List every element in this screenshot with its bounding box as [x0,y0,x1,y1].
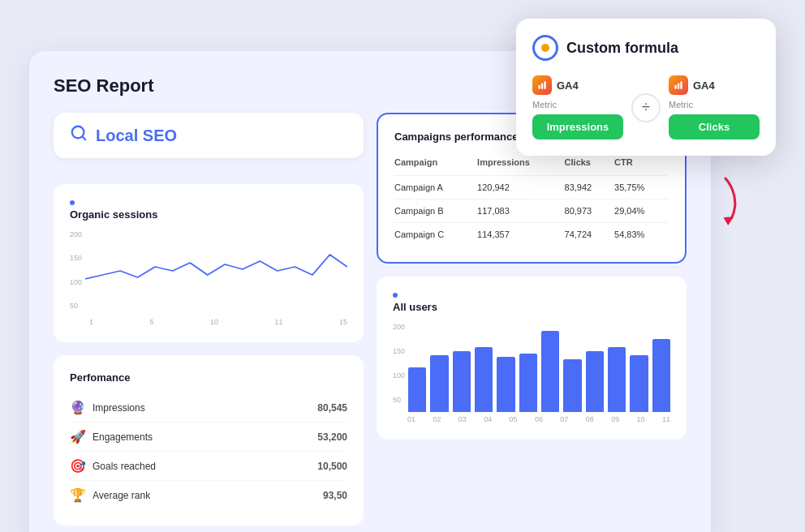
perf-engagements: 🚀 Engagements 53,200 [70,423,347,452]
left-ga4-text: GA4 [557,79,579,92]
bar-10 [608,347,626,412]
bar-12 [652,339,670,412]
bar-chart-area [408,331,670,412]
engagements-icon: 🚀 [70,429,86,444]
right-metric-label: Metric [669,100,760,109]
search-bar[interactable]: Local SEO [54,113,364,158]
campaign-b-ctr: 29,04% [614,200,669,223]
svg-line-1 [82,136,85,139]
organic-sessions-title: Organic sessions [70,208,347,221]
campaign-c-clicks: 74,724 [565,223,615,247]
rank-icon: 🏆 [70,487,86,503]
campaign-c-name: Campaign C [394,223,477,247]
svg-rect-5 [674,85,676,89]
impressions-label: Impressions [93,402,145,414]
table-row: Campaign C 114,357 74,724 54,83% [394,223,669,247]
campaign-a-name: Campaign A [394,176,477,200]
bar-11 [630,355,648,412]
bar-01 [408,367,426,412]
campaign-a-clicks: 83,942 [565,176,615,200]
campaign-b-name: Campaign B [394,200,477,223]
goals-value: 10,500 [317,461,347,472]
bar-08 [563,359,581,412]
impressions-value: 80,545 [317,402,347,414]
perf-impressions: 🔮 Impressions 80,545 [70,393,347,423]
impressions-icon: 🔮 [70,400,86,415]
svg-rect-3 [541,84,543,89]
organic-sessions-card: Organic sessions 200 150 100 50 [54,184,364,342]
formula-icon [532,35,558,61]
svg-rect-4 [544,81,545,88]
bar-chart-wrapper: 200 150 100 50 [393,323,670,423]
performance-card: Perfomance 🔮 Impressions 80,545 🚀 Engage… [54,355,364,526]
clicks-button[interactable]: Clicks [669,114,760,139]
bar-y-labels: 200 150 100 50 [393,323,405,404]
rank-label: Average rank [93,490,150,501]
left-column: Local SEO Organic sessions 200 150 100 5… [54,113,364,526]
impressions-button[interactable]: Impressions [532,114,623,139]
bar-05 [497,357,514,412]
table-row: Campaign B 117,083 80,973 29,04% [394,200,669,223]
all-users-title: All users [393,301,670,313]
all-users-card: All users 200 150 100 50 [377,277,687,440]
svg-rect-7 [680,81,682,88]
bar-x-labels: 01 02 03 04 05 06 07 08 09 10 11 [393,415,670,423]
left-metric-block: GA4 Metric Impressions [532,75,623,139]
x-axis-labels: 1 5 10 11 15 [70,318,347,326]
goals-icon: 🎯 [70,458,86,474]
left-ga4-badge: GA4 [532,75,623,95]
table-header: Campaign Impressions Clicks CTR [394,152,669,176]
chart-dot [70,200,75,205]
bar-03 [453,351,471,412]
col-impressions: Impressions [477,152,565,176]
left-metric-label: Metric [532,100,623,109]
goals-label: Goals reached [93,461,156,472]
campaign-a-impressions: 120,942 [477,176,565,200]
rank-value: 93,50 [323,490,347,501]
right-column: Campaigns performance Campaign Impressio… [377,113,687,526]
divide-icon: ÷ [631,93,661,122]
bar-07 [541,331,559,412]
right-metric-block: GA4 Metric Clicks [669,75,760,139]
svg-rect-6 [678,84,679,89]
line-chart-area [85,230,347,315]
right-ga4-badge: GA4 [669,75,760,95]
campaign-a-ctr: 35,75% [614,176,669,200]
search-text: Local SEO [96,127,177,145]
campaign-c-impressions: 114,357 [477,223,565,247]
left-ga4-icon [532,75,552,95]
bar-04 [475,347,493,412]
divide-symbol: ÷ [642,99,650,116]
bar-06 [519,354,537,412]
svg-rect-2 [538,85,540,89]
search-icon [70,124,88,147]
custom-formula-popup: Custom formula GA4 Metric Impressions [516,19,776,156]
bar-02 [430,355,448,412]
campaign-b-impressions: 117,083 [477,200,565,223]
engagements-value: 53,200 [317,431,347,443]
campaign-b-clicks: 80,973 [565,200,615,223]
popup-body: GA4 Metric Impressions ÷ [532,75,760,139]
col-campaign: Campaign [394,152,477,176]
campaigns-table: Campaign Impressions Clicks CTR Campaign… [394,152,669,246]
col-clicks: Clicks [565,152,615,176]
campaign-c-ctr: 54,83% [614,223,669,247]
col-ctr: CTR [614,152,669,176]
perf-goals: 🎯 Goals reached 10,500 [70,452,347,481]
table-row: Campaign A 120,942 83,942 35,75% [394,176,669,200]
y-axis-labels: 200 150 100 50 [70,230,82,311]
popup-title: Custom formula [566,40,678,57]
users-chart-dot [393,293,398,298]
bar-09 [586,351,604,412]
engagements-label: Engagements [93,431,153,443]
right-ga4-icon [669,75,688,95]
performance-title: Perfomance [70,371,347,384]
right-ga4-text: GA4 [693,79,715,92]
arrow-indicator [704,173,758,237]
perf-rank: 🏆 Average rank 93,50 [70,481,347,509]
popup-header: Custom formula [532,35,760,61]
